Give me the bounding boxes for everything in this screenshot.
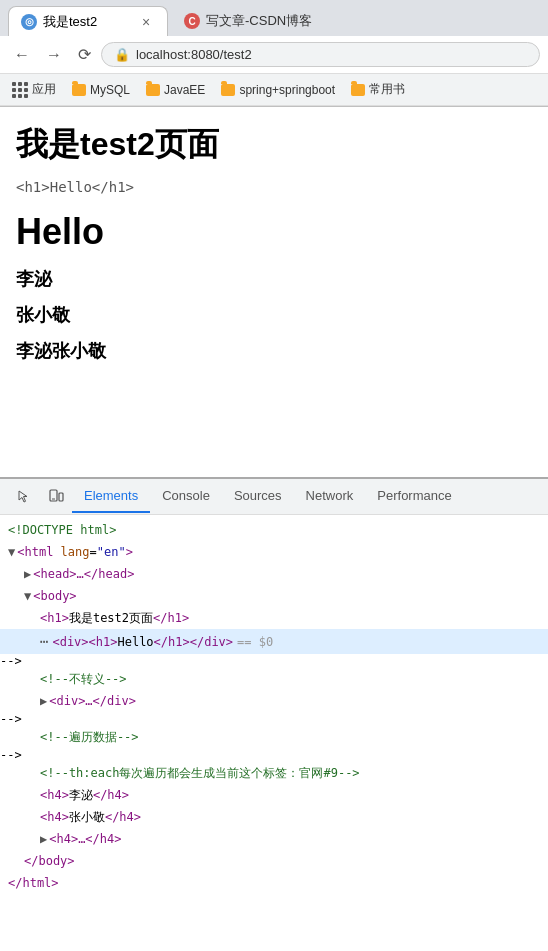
svg-rect-1 <box>59 493 63 501</box>
other-tab-favicon: C <box>184 13 200 29</box>
html-line-comment2[interactable]: <!--遍历数据--> <box>0 726 548 748</box>
page-content: 我是test2页面 <h1>Hello</h1> Hello 李泌 张小敬 李泌… <box>0 107 548 477</box>
expand-arrow[interactable]: ▶ <box>24 565 31 583</box>
html-line-comment3[interactable]: <!--th:each每次遍历都会生成当前这个标签：官网#9--> <box>0 762 548 784</box>
body-close-tag: </body> <box>24 852 75 870</box>
tab-network[interactable]: Network <box>294 480 366 513</box>
html-line-body-close[interactable]: </body> <box>0 850 548 872</box>
comment2-text: <!--遍历数据--> <box>40 728 139 746</box>
device-icon <box>48 489 64 505</box>
name-limi: 李泌 <box>16 267 532 291</box>
h4-zhang-close: </h4> <box>105 808 141 826</box>
html-line-div-hello[interactable]: ⋯ <div><h1>Hello</h1></div> == $0 <box>0 629 548 654</box>
bookmark-javaee[interactable]: JavaEE <box>142 81 209 99</box>
reload-button[interactable]: ⟳ <box>72 41 97 68</box>
div-collapsed-tag: <div>…</div> <box>49 692 136 710</box>
page-title: 我是test2页面 <box>16 123 532 167</box>
html-tag-close: > <box>126 543 133 561</box>
name-zhang: 张小敬 <box>16 303 532 327</box>
active-tab-label: 我是test2 <box>43 13 97 31</box>
html-line-h4-collapsed[interactable]: ▶ <h4>…</h4> <box>0 828 548 850</box>
folder-icon <box>221 84 235 96</box>
h4-collapsed-tag: <h4>…</h4> <box>49 830 121 848</box>
page-subtitle: <h1>Hello</h1> <box>16 179 532 195</box>
tab-bar: ◎ 我是test2 × C 写文章-CSDN博客 <box>0 0 548 36</box>
div-open: <div> <box>52 633 88 651</box>
tab-sources[interactable]: Sources <box>222 480 294 513</box>
h4-zhang-open: <h4> <box>40 808 69 826</box>
h4-limi-open: <h4> <box>40 786 69 804</box>
inspect-icon <box>16 489 32 505</box>
h1-tag: <h1> <box>40 609 69 627</box>
tab-close-button[interactable]: × <box>137 13 155 31</box>
html-line-comment1[interactable]: <!--不转义--> <box>0 668 548 690</box>
browser-chrome: ◎ 我是test2 × C 写文章-CSDN博客 ← → ⟳ 🔒 localho… <box>0 0 548 107</box>
h1-content: 我是test2页面 <box>69 609 153 627</box>
h4-limi-text: 李泌 <box>69 786 93 804</box>
active-tab-favicon: ◎ <box>21 14 37 30</box>
bookmark-mysql[interactable]: MySQL <box>68 81 134 99</box>
equals: = <box>89 543 96 561</box>
html-line-h4-zhang[interactable]: <h4>张小敬</h4> <box>0 806 548 828</box>
head-tag: <head>…</head> <box>33 565 134 583</box>
name-combined: 李泌张小敬 <box>16 339 532 363</box>
h1-inner: <h1> <box>89 633 118 651</box>
tab-elements[interactable]: Elements <box>72 480 150 513</box>
html-tag-open: <html <box>17 543 53 561</box>
h1-inner-close: </h1> <box>154 633 190 651</box>
comment3-text: <!--th:each每次遍历都会生成当前这个标签：官网#9--> <box>40 764 360 782</box>
inspect-element-button[interactable] <box>8 485 40 509</box>
h4-limi-close: </h4> <box>93 786 129 804</box>
bookmarks-bar: 应用 MySQL JavaEE spring+springboot 常用书 <box>0 74 548 106</box>
h4-zhang-text: 张小敬 <box>69 808 105 826</box>
folder-icon <box>146 84 160 96</box>
expand-arrow[interactable]: ▶ <box>40 692 47 710</box>
html-line-h1-title[interactable]: <h1>我是test2页面</h1> <box>0 607 548 629</box>
bookmark-label: MySQL <box>90 83 130 97</box>
lock-icon: 🔒 <box>114 47 130 62</box>
back-button[interactable]: ← <box>8 42 36 68</box>
active-tab[interactable]: ◎ 我是test2 × <box>8 6 168 36</box>
forward-button[interactable]: → <box>40 42 68 68</box>
bookmark-common[interactable]: 常用书 <box>347 79 409 100</box>
apps-bookmark[interactable]: 应用 <box>8 79 60 100</box>
hello-text: Hello <box>117 633 153 651</box>
dot-menu-icon[interactable]: ⋯ <box>40 631 48 652</box>
h1-close-tag: </h1> <box>153 609 189 627</box>
expand-arrow[interactable]: ▼ <box>24 587 31 605</box>
device-toolbar-button[interactable] <box>40 485 72 509</box>
html-attr-value: "en" <box>97 543 126 561</box>
devtools-panel: Elements Console Sources Network Perform… <box>0 477 548 898</box>
selected-marker: == $0 <box>237 633 273 651</box>
bookmark-label: 常用书 <box>369 81 405 98</box>
html-close-tag: </html> <box>8 874 59 892</box>
page-h1-hello: Hello <box>16 211 532 253</box>
devtools-elements-content: <!DOCTYPE html> ▼ <html lang="en" > ▶ <h… <box>0 515 548 898</box>
html-line-head[interactable]: ▶ <head>…</head> <box>0 563 548 585</box>
html-line-html-close[interactable]: </html> <box>0 872 548 894</box>
expand-arrow[interactable]: ▶ <box>40 830 47 848</box>
body-tag: <body> <box>33 587 76 605</box>
tab-console[interactable]: Console <box>150 480 222 513</box>
other-tab[interactable]: C 写文章-CSDN博客 <box>172 6 324 36</box>
expand-arrow[interactable]: ▼ <box>8 543 15 561</box>
bookmark-spring[interactable]: spring+springboot <box>217 81 339 99</box>
apps-label: 应用 <box>32 81 56 98</box>
address-bar[interactable]: 🔒 localhost:8080/test2 <box>101 42 540 67</box>
html-line-div-collapsed[interactable]: ▶ <div>…</div> <box>0 690 548 712</box>
html-line-doctype[interactable]: <!DOCTYPE html> <box>0 519 548 541</box>
devtools-toolbar: Elements Console Sources Network Perform… <box>0 479 548 515</box>
folder-icon <box>351 84 365 96</box>
folder-icon <box>72 84 86 96</box>
nav-bar: ← → ⟳ 🔒 localhost:8080/test2 <box>0 36 548 74</box>
html-line-html[interactable]: ▼ <html lang="en" > <box>0 541 548 563</box>
html-attr-name: lang <box>53 543 89 561</box>
div-close: </div> <box>190 633 233 651</box>
tab-performance[interactable]: Performance <box>365 480 463 513</box>
bookmark-label: spring+springboot <box>239 83 335 97</box>
apps-icon <box>12 82 28 98</box>
bookmark-label: JavaEE <box>164 83 205 97</box>
address-text: localhost:8080/test2 <box>136 47 252 62</box>
html-line-h4-limi[interactable]: <h4>李泌</h4> <box>0 784 548 806</box>
html-line-body-open[interactable]: ▼ <body> <box>0 585 548 607</box>
